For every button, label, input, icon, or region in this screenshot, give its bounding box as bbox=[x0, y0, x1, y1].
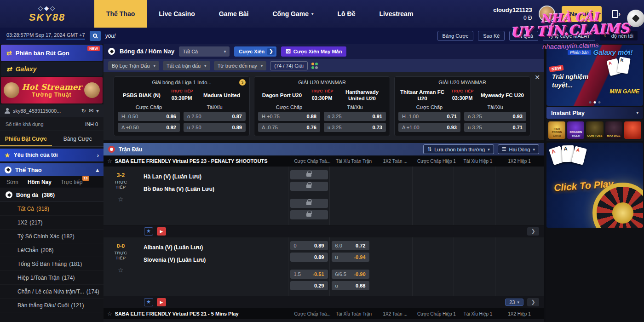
lucky-parlay-button[interactable]: ⚄ Cược Xiên May Mắn bbox=[281, 46, 346, 57]
more-markets-button[interactable]: ❯ bbox=[527, 298, 539, 306]
balance-label: Số tiền khả dụng bbox=[6, 121, 44, 127]
instant-play-header[interactable]: Instant Play ▾ bbox=[546, 107, 643, 119]
favorite-star-icon[interactable]: ☆ bbox=[118, 196, 124, 203]
featured-match-card: GIẢI U20 MYANMAR Dagon Port U20 TRỰC TIẾ… bbox=[254, 76, 390, 136]
nav-tab-livestream[interactable]: Livestream bbox=[367, 0, 425, 28]
match-filter-dropdown[interactable]: Bộ Lọc Trận Đấu ▾ bbox=[108, 61, 159, 70]
tab-bet-board[interactable]: Bảng Cược bbox=[52, 131, 104, 146]
play-stream-button[interactable]: ▶ bbox=[157, 298, 166, 306]
all-matches-dropdown[interactable]: Tất cả trận đấu ▾ bbox=[163, 61, 210, 70]
bet-cell-handicap-home[interactable]: H +0.75 0.88 bbox=[258, 112, 320, 121]
logout-button[interactable] bbox=[608, 7, 622, 21]
statement-button[interactable]: Sao Kê bbox=[478, 31, 505, 41]
close-icon[interactable]: ✕ bbox=[535, 74, 540, 81]
star-icon[interactable]: ☆ bbox=[107, 310, 112, 317]
nav-tab-cong-game[interactable]: Cổng Game▾ bbox=[260, 0, 325, 28]
results-button[interactable]: Kết Quả bbox=[509, 31, 538, 41]
bet-cell-over[interactable]: o 2.50 0.87 bbox=[184, 112, 246, 121]
search-button[interactable] bbox=[90, 31, 101, 41]
sidebar-item-football[interactable]: Bóng đá (386) bbox=[0, 188, 104, 202]
new-badge: NEW bbox=[549, 65, 564, 72]
bet-cell[interactable]: 6/6.5 -0.90 bbox=[332, 270, 369, 279]
nav-tab-game-bai[interactable]: Game Bài bbox=[207, 0, 261, 28]
sidebar-item-odd-even[interactable]: Lẻ/Chẵn (206) bbox=[0, 243, 104, 257]
game-tile-fish-prawn-crab[interactable]: FISH PRAWN CRAB bbox=[548, 121, 565, 139]
compact-version-button[interactable]: ⇄ Phiên bản Rút Gọn NEW bbox=[1, 45, 103, 61]
nav-tab-lo-de[interactable]: Lô Đề bbox=[326, 0, 368, 28]
bet-cell-handicap-away[interactable]: A +1.00 0.93 bbox=[398, 123, 460, 132]
bet-cell-handicap-away[interactable]: A -0.75 0.76 bbox=[258, 123, 320, 132]
bet-cell-handicap-away[interactable]: A +0.50 0.92 bbox=[118, 123, 180, 132]
odds-type-button[interactable]: Tỷ lệ cược MALAY bbox=[543, 31, 595, 41]
sidebar-item-1x2[interactable]: 1X2 (217) bbox=[0, 216, 104, 230]
nav-tab-live-casino[interactable]: Live Casino bbox=[147, 0, 207, 28]
user-info[interactable]: cloudy121123 0 Đ bbox=[493, 6, 532, 21]
league-select[interactable]: Tất Cả ▾ bbox=[179, 46, 230, 57]
bet-cell[interactable]: 1.5 -0.51 bbox=[290, 270, 328, 279]
game-tile[interactable] bbox=[624, 121, 641, 139]
bet-board-button[interactable]: Bảng Cược bbox=[437, 31, 474, 41]
rows-dropdown[interactable]: ☰ Hai Dòng ▾ bbox=[498, 144, 539, 154]
mail-icon[interactable]: ✉ bbox=[89, 108, 93, 114]
parlay-button[interactable]: Cược Xiên ❯ bbox=[234, 46, 276, 57]
chevron-down-icon[interactable]: ▾ bbox=[96, 108, 99, 114]
avatar[interactable] bbox=[539, 6, 555, 22]
bet-cell-handicap-home[interactable]: H -0.50 0.86 bbox=[118, 112, 180, 121]
right-sidebar: Phiên bản Galaxy mới! NEW Trải nghiệm tu… bbox=[546, 44, 644, 322]
star-icon[interactable]: ☆ bbox=[107, 158, 112, 164]
home-team: Thitsar Arman FC U20 bbox=[398, 89, 446, 102]
sidebar-item-first-last-goal[interactable]: Bàn thắng Đầu/ Cuối (121) bbox=[0, 299, 104, 312]
refresh-icon[interactable]: ↻ bbox=[81, 108, 86, 114]
bet-cell[interactable]: 6.0 0.72 bbox=[332, 241, 369, 250]
bet-cell[interactable]: 0.29 bbox=[290, 281, 328, 290]
favorite-button[interactable]: ★ bbox=[144, 227, 153, 236]
tab-bet-ticket[interactable]: Phiếu Đặt Cược bbox=[0, 131, 52, 146]
markets-count-dropdown[interactable]: 23 ▾ bbox=[505, 299, 523, 306]
bet-cell-under[interactable]: u 3.25 0.73 bbox=[324, 123, 386, 132]
bet-cell-over[interactable]: o 3.25 0.91 bbox=[324, 112, 386, 121]
time-range-dropdown[interactable]: Từ trước đến nay ▾ bbox=[214, 61, 267, 70]
bet-cell[interactable]: 0.89 bbox=[290, 253, 328, 262]
sports-section-header[interactable]: Thể Thao ▴ bbox=[0, 163, 104, 176]
bet-cell[interactable]: u -0.94 bbox=[332, 253, 369, 262]
favorites-row[interactable]: ★ Yêu thích của tôi › bbox=[0, 149, 104, 161]
tab-today[interactable]: Hôm Nay bbox=[28, 179, 52, 185]
tab-early[interactable]: Sớm bbox=[6, 179, 18, 185]
bet-cell-handicap-home[interactable]: H -1.00 0.71 bbox=[398, 112, 460, 121]
play-stream-button[interactable]: ▶ bbox=[157, 227, 166, 236]
bet-cell[interactable]: u 0.68 bbox=[332, 281, 369, 290]
sidebar-item-total-goals[interactable]: Tổng Số Bàn Thắng (181) bbox=[0, 257, 104, 271]
sidebar-item-half-odd-even[interactable]: Chẵn / Lẻ của Nửa trận/T... (174) bbox=[0, 285, 104, 299]
casino-promo-banner[interactable]: A A A Click To Play bbox=[546, 143, 643, 228]
brand-logo[interactable]: ◇◆◇ SKY88 bbox=[0, 5, 94, 23]
sidebar-item-all[interactable]: Tất Cả (318) bbox=[0, 202, 104, 216]
sort-dropdown[interactable]: ⇅ Lựa chọn bình thường ▾ bbox=[423, 144, 494, 154]
bet-cell[interactable]: 0 0.89 bbox=[290, 241, 328, 250]
favorite-button[interactable]: ★ bbox=[144, 298, 153, 306]
bet-cell-under[interactable]: u 2.50 0.89 bbox=[184, 123, 246, 132]
game-tile-coin-toss[interactable]: COIN TOSS bbox=[586, 121, 603, 139]
more-markets-button[interactable]: ❯ bbox=[527, 227, 539, 236]
tab-live[interactable]: Trực tiếp 13 bbox=[61, 179, 83, 185]
chevron-down-icon: ▾ bbox=[154, 63, 156, 68]
sidebar-item-ht-ft[interactable]: Hiệp 1/Toàn Trận (174) bbox=[0, 271, 104, 285]
main-nav: Thể Thao Live Casino Game Bài Cổng Game▾… bbox=[94, 0, 425, 28]
hot-streamer-banner[interactable]: Hot Streamer Tường Thuật bbox=[1, 77, 103, 104]
match-score: 3-2 bbox=[117, 172, 125, 178]
galaxy-version-button[interactable]: ⇄ Galaxy bbox=[1, 62, 103, 76]
game-tile-max-dice[interactable]: MAX DICE bbox=[605, 121, 622, 139]
account-row[interactable]: sky88_4539115000... ↻ ✉ ▾ bbox=[0, 104, 104, 117]
galaxy-promo-banner[interactable]: Phiên bản Galaxy mới! NEW Trải nghiệm tu… bbox=[546, 45, 643, 106]
featured-matches: ✕ Giải bóng đá Liga 1 Indo... $ PSBS BIA… bbox=[104, 72, 544, 140]
view-toggle-icon[interactable] bbox=[311, 63, 318, 69]
star-icon: ★ bbox=[5, 152, 10, 159]
deposit-button[interactable]: Nạp tiền bbox=[562, 6, 602, 22]
bet-cell-under[interactable]: u 3.25 0.71 bbox=[464, 123, 526, 132]
bet-cell-over[interactable]: o 3.25 0.93 bbox=[464, 112, 526, 121]
game-tile-dragon-tiger[interactable]: DRAGON TIGER bbox=[567, 121, 584, 139]
sidebar-item-correct-score[interactable]: Tỷ Số Chính Xác (182) bbox=[0, 230, 104, 243]
favorite-star-icon[interactable]: ☆ bbox=[118, 266, 124, 274]
nav-tab-the-thao[interactable]: Thể Thao bbox=[94, 0, 147, 28]
dark-mode-toggle[interactable]: ☾ độ nền tối bbox=[600, 31, 638, 40]
carousel-dots[interactable] bbox=[589, 101, 601, 104]
